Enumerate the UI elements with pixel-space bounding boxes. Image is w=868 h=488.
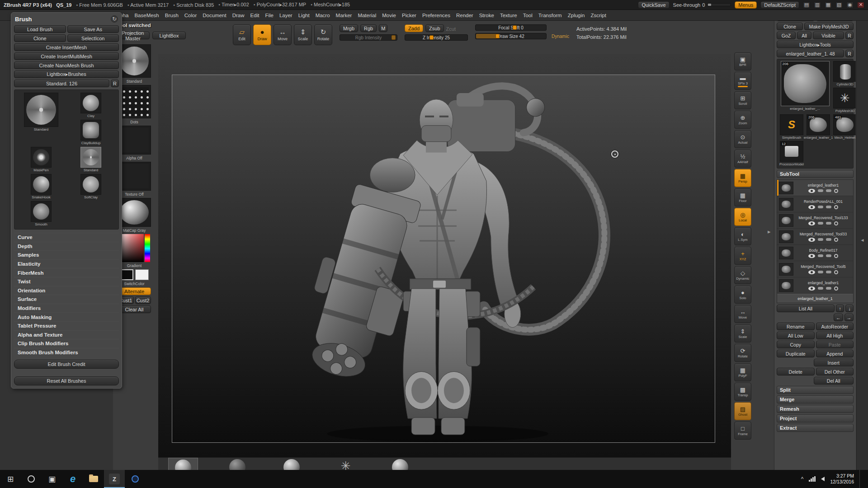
section-twist[interactable]: Twist xyxy=(14,277,119,286)
create-nanomesh-button[interactable]: Create NanoMesh Brush xyxy=(14,61,119,69)
subtool-selected-footer[interactable]: enlarged_leather_1 xyxy=(777,294,853,303)
dynamic-label[interactable]: Dynamic xyxy=(552,34,569,39)
default-zscript-button[interactable]: DefaultZScript xyxy=(760,1,799,9)
uv-toggle-icon[interactable] xyxy=(826,271,831,273)
brush-toggle-icon[interactable] xyxy=(834,221,838,225)
solo-button[interactable]: ●Solo xyxy=(734,286,751,304)
lightbox-button[interactable]: LightBox xyxy=(152,32,186,39)
all-high-button[interactable]: All High xyxy=(816,332,854,339)
polypaint-toggle-icon[interactable] xyxy=(818,206,823,208)
clone-brush-button[interactable]: Clone xyxy=(14,34,66,42)
menu-draw[interactable]: Draw xyxy=(232,13,245,18)
polypaint-toggle-icon[interactable] xyxy=(818,238,823,241)
menu-marker[interactable]: Marker xyxy=(336,13,352,18)
lightbox-tools-button[interactable]: Lightbox▸Tools xyxy=(777,41,854,48)
viewport[interactable] xyxy=(158,54,731,457)
cust2-button[interactable]: Cust2 xyxy=(135,296,151,304)
subtool-up-button[interactable]: ↑ xyxy=(836,305,844,312)
delete-button[interactable]: Delete xyxy=(777,368,815,375)
merge-section-header[interactable]: Merge xyxy=(777,395,854,404)
volume-icon[interactable] xyxy=(821,477,825,481)
start-button[interactable]: ⊞ xyxy=(0,470,21,488)
scale-button[interactable]: ⇕ Scale xyxy=(294,24,312,45)
tool-thumb-enlarged-leather[interactable]: 206 enlarged_leather_... xyxy=(779,61,831,113)
goz-visible-button[interactable]: Visible xyxy=(813,32,844,39)
mrgb-button[interactable]: Mrgb xyxy=(340,24,358,32)
quicksave-button[interactable]: QuickSave xyxy=(638,1,669,9)
polypaint-toggle-icon[interactable] xyxy=(818,287,823,290)
subtool-row[interactable]: Body_Refine017 xyxy=(777,245,853,261)
uv-toggle-icon[interactable] xyxy=(826,254,831,257)
eye-icon[interactable] xyxy=(808,238,815,242)
draw-size-handle[interactable] xyxy=(495,34,500,38)
refresh-icon[interactable]: ↻ xyxy=(111,15,118,23)
brush-toggle-icon[interactable] xyxy=(834,189,838,193)
menu-movie[interactable]: Movie xyxy=(382,13,396,18)
eye-icon[interactable] xyxy=(808,189,815,193)
brush-thumb-claybuildup[interactable]: ClayBuildup xyxy=(67,120,115,145)
edit-brush-credit-button[interactable]: Edit Brush Credit xyxy=(14,360,119,369)
scroll-button[interactable]: ⊞Scroll xyxy=(734,91,751,109)
menu-macro[interactable]: Macro xyxy=(316,13,330,18)
move-canvas-button[interactable]: ↔Move xyxy=(734,305,751,323)
m-button[interactable]: M xyxy=(379,24,387,32)
rename-button[interactable]: Rename xyxy=(777,323,815,330)
menu-picker[interactable]: Picker xyxy=(402,13,416,18)
lsym-button[interactable]: ◐L.Sym xyxy=(734,227,751,245)
extract-section-header[interactable]: Extract xyxy=(777,424,854,432)
stroke-thumb[interactable] xyxy=(118,85,151,118)
seethrough-groove[interactable] xyxy=(707,3,731,6)
subtool-thumb[interactable] xyxy=(779,182,793,194)
duplicate-button[interactable]: Duplicate xyxy=(777,350,815,357)
paste-button[interactable]: Paste xyxy=(816,341,854,348)
menu-layer[interactable]: Layer xyxy=(279,13,292,18)
menu-document[interactable]: Document xyxy=(203,13,226,18)
scale-canvas-button[interactable]: ⇕Scale xyxy=(734,324,751,343)
section-orientation[interactable]: Orientation xyxy=(14,286,119,295)
move-button[interactable]: ↔ Move xyxy=(274,24,292,45)
taskbar-clock[interactable]: 3:27 PM 12/13/2016 xyxy=(830,473,854,485)
section-surface[interactable]: Surface xyxy=(14,295,119,304)
dynamic-rail-button[interactable]: ◇Dynamic xyxy=(734,266,751,284)
draw-size-slider[interactable]: Draw Size 42 xyxy=(475,33,547,39)
actual-button[interactable]: ⊙Actual xyxy=(734,130,751,148)
menu-tool[interactable]: Tool xyxy=(523,13,533,18)
section-smooth-brush-modifiers[interactable]: Smooth Brush Modifiers xyxy=(14,348,119,357)
layout-icon-1[interactable]: ▤ xyxy=(803,2,810,8)
eye-icon[interactable] xyxy=(808,270,815,274)
tray-expand-icon[interactable]: ◂ xyxy=(861,237,863,243)
document-canvas[interactable] xyxy=(172,75,715,443)
menu-texture[interactable]: Texture xyxy=(500,13,517,18)
focal-shift-handle[interactable] xyxy=(513,25,517,30)
load-brush-button[interactable]: Load Brush xyxy=(14,25,66,33)
section-tablet-pressure[interactable]: Tablet Pressure xyxy=(14,321,119,330)
section-elasticity[interactable]: Elasticity xyxy=(14,259,119,268)
z-intensity-handle[interactable] xyxy=(429,35,434,40)
uv-toggle-icon[interactable] xyxy=(826,222,831,225)
draw-button[interactable]: ● Draw xyxy=(253,24,271,45)
menu-file[interactable]: File xyxy=(265,13,274,18)
uv-toggle-icon[interactable] xyxy=(826,287,831,290)
brush-toggle-icon[interactable] xyxy=(834,286,838,291)
remesh-section-header[interactable]: Remesh xyxy=(777,405,854,413)
brush-toggle-icon[interactable] xyxy=(834,254,838,258)
tray-material-thumb[interactable] xyxy=(277,458,307,470)
color-circle-icon[interactable]: ◉ xyxy=(846,2,854,8)
right-tray-collapse-icon[interactable]: ▸ xyxy=(768,228,771,235)
tray-material-thumb[interactable] xyxy=(222,458,252,470)
current-tool-slider[interactable]: enlarged_leather_1. 48 xyxy=(777,50,844,57)
menu-zplugin[interactable]: Zplugin xyxy=(568,13,585,18)
alternate-button[interactable]: Alternate xyxy=(118,287,151,295)
tool-thumb-mech-helmet[interactable]: 481 Mech_Helmet xyxy=(832,114,856,140)
layout-icon-2[interactable]: ▥ xyxy=(814,2,821,8)
layout-icon-3[interactable]: ▦ xyxy=(825,2,832,8)
current-brush-slider[interactable]: Standard. 126 xyxy=(14,80,109,87)
goz-r-button[interactable]: R xyxy=(845,32,854,39)
edge-button[interactable]: e xyxy=(62,470,83,488)
goz-button[interactable]: GoZ xyxy=(777,32,796,39)
rotate-canvas-button[interactable]: ⟳Rotate xyxy=(734,344,751,362)
rgb-button[interactable]: Rgb xyxy=(360,24,377,32)
tray-material-thumb[interactable]: ✳ xyxy=(331,458,361,470)
menu-render[interactable]: Render xyxy=(456,13,473,18)
clone-tool-button[interactable]: Clone xyxy=(777,23,803,30)
